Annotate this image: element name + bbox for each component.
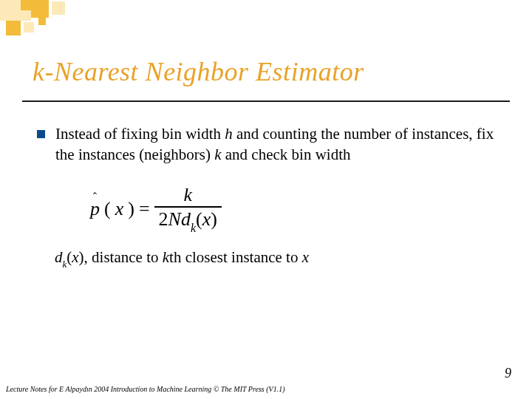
slide-body: Instead of fixing bin width h and counti… [37, 124, 495, 270]
bullet-text: Instead of fixing bin width h and counti… [55, 124, 495, 165]
title-rule [22, 100, 510, 102]
formula-explanation: dk(x), distance to kth closest instance … [55, 248, 495, 269]
page-number: 9 [505, 366, 511, 381]
slide-title: k-Nearest Neighbor Estimator [33, 56, 502, 87]
corner-decoration [0, 0, 133, 44]
bullet-item: Instead of fixing bin width h and counti… [37, 124, 495, 165]
bullet-square-icon [37, 130, 45, 138]
formula: ˆp(x) = k 2Ndk(x) [90, 185, 495, 232]
footer-citation: Lecture Notes for E Alpaydın 2004 Introd… [6, 385, 284, 393]
